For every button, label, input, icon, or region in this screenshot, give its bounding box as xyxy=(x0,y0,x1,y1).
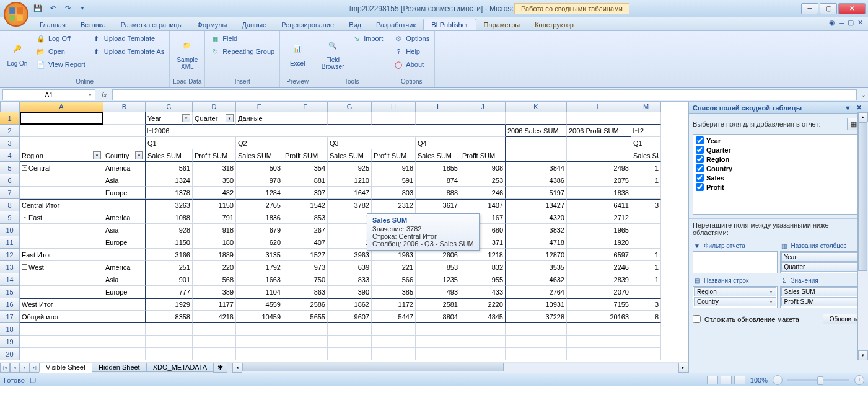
pivot-value-cell[interactable]: 918 xyxy=(372,162,416,174)
pivot-value-cell[interactable]: 1 xyxy=(631,249,661,261)
cell[interactable] xyxy=(506,149,567,162)
pivot-year-dropdown[interactable]: Year▼ xyxy=(146,112,193,125)
row-header-10[interactable]: 10 xyxy=(0,224,20,236)
field-item-year[interactable]: Year xyxy=(695,136,862,145)
formula-expand-icon[interactable]: ⌄ xyxy=(858,91,868,99)
pivot-value-cell[interactable]: 853 xyxy=(283,211,328,224)
pivot-value-cell[interactable]: 1855 xyxy=(416,162,460,174)
row-header-19[interactable]: 19 xyxy=(0,336,20,348)
sheet-tab-visible[interactable]: Visible Sheet xyxy=(39,363,92,373)
pivot-region-cell[interactable]: −Central xyxy=(20,162,103,174)
pivot-value-cell[interactable]: 1172 xyxy=(372,298,416,311)
cell[interactable] xyxy=(103,125,146,137)
row-header-17[interactable]: 17 xyxy=(0,311,20,323)
logoff-button[interactable]: 🔒Log Off xyxy=(33,32,88,45)
pivot-value-cell[interactable]: 246 xyxy=(460,187,506,199)
pivot-value-cell[interactable]: 4216 xyxy=(193,311,236,323)
dropzone-item[interactable]: Sales SUM xyxy=(781,287,864,296)
cell[interactable] xyxy=(372,112,416,125)
pivot-value-cell[interactable]: 7155 xyxy=(567,298,631,311)
pivot-year-2006[interactable]: −2006 xyxy=(146,125,506,137)
pivot-value-cell[interactable]: 3535 xyxy=(506,261,567,273)
pivot-value-cell[interactable]: 37228 xyxy=(506,311,567,323)
cell[interactable] xyxy=(631,112,661,125)
sheet-tab-hidden[interactable]: Hidden Sheet xyxy=(92,363,147,372)
pivot-value-cell[interactable]: 1527 xyxy=(283,249,328,261)
pivot-value-cell[interactable]: 307 xyxy=(283,187,328,199)
pivot-value-cell[interactable]: 13427 xyxy=(506,199,567,211)
sample-xml-button[interactable]: 📁 Sample XML xyxy=(172,32,202,73)
empty-cell[interactable] xyxy=(460,336,506,348)
pivot-value-cell[interactable]: 2312 xyxy=(372,199,416,211)
empty-cell[interactable] xyxy=(328,336,372,348)
empty-cell[interactable] xyxy=(283,348,328,360)
pivot-value-cell[interactable]: 3617 xyxy=(416,199,460,211)
empty-cell[interactable] xyxy=(236,336,283,348)
pivot-value-cell[interactable]: 1218 xyxy=(460,249,506,261)
field-item-region[interactable]: Region xyxy=(695,154,862,164)
pivot-value-cell[interactable]: 1929 xyxy=(146,298,193,311)
hscroll-right[interactable]: ▸ xyxy=(678,363,688,373)
empty-cell[interactable] xyxy=(328,323,372,336)
pivot-value-cell[interactable] xyxy=(631,187,661,199)
tab-view[interactable]: Вид xyxy=(341,19,369,30)
pivot-value-cell[interactable]: 354 xyxy=(283,162,328,174)
pivot-value-cell[interactable]: 874 xyxy=(416,174,460,187)
pivot-value-cell[interactable]: 1104 xyxy=(236,286,283,298)
pivot-country-cell[interactable]: America xyxy=(103,261,146,273)
pivot-value-cell[interactable]: 918 xyxy=(193,224,236,236)
cell[interactable] xyxy=(416,112,460,125)
dropzone-item[interactable]: Year xyxy=(781,252,864,262)
pivot-value-cell[interactable]: 251 xyxy=(146,261,193,273)
pivot-country-cell[interactable] xyxy=(103,311,146,323)
select-all-corner[interactable] xyxy=(0,102,20,112)
pivot-region-cell[interactable]: Central Итог xyxy=(20,199,103,211)
pivot-value-cell[interactable]: 10459 xyxy=(236,311,283,323)
pivot-value-cell[interactable]: 390 xyxy=(328,286,372,298)
pivot-value-cell[interactable]: 1663 xyxy=(236,273,283,286)
pivot-q3[interactable]: Q3 xyxy=(328,137,416,149)
row-header-8[interactable]: 8 xyxy=(0,199,20,211)
pivot-value-cell[interactable] xyxy=(631,236,661,249)
zoom-in-button[interactable]: + xyxy=(854,375,864,385)
pivot-region-cell[interactable] xyxy=(20,224,103,236)
pivot-value-cell[interactable]: 1965 xyxy=(567,224,631,236)
cell[interactable] xyxy=(567,112,631,125)
row-header-12[interactable]: 12 xyxy=(0,249,20,261)
pivot-value-cell[interactable]: 220 xyxy=(193,261,236,273)
dropzone-item[interactable]: Region xyxy=(694,287,776,296)
pivot-value-cell[interactable]: 4632 xyxy=(506,273,567,286)
pivot-country-cell[interactable]: America xyxy=(103,211,146,224)
empty-cell[interactable] xyxy=(193,348,236,360)
pivot-value-cell[interactable]: 791 xyxy=(193,211,236,224)
pivot-country-cell[interactable]: Europe xyxy=(103,236,146,249)
cell[interactable] xyxy=(103,137,146,149)
pivot-value-cell[interactable]: 777 xyxy=(146,286,193,298)
defer-checkbox[interactable] xyxy=(693,315,701,323)
close-workbook-icon[interactable]: ✕ xyxy=(857,19,863,27)
panel-close-icon[interactable]: ✕ xyxy=(854,104,864,112)
row-header-9[interactable]: 9 xyxy=(0,211,20,224)
empty-cell[interactable] xyxy=(416,323,460,336)
viewreport-button[interactable]: 📄View Report xyxy=(33,58,88,71)
field-item-quarter[interactable]: Quarter xyxy=(695,145,862,154)
pivot-value-cell[interactable]: 407 xyxy=(283,236,328,249)
redo-icon[interactable]: ↷ xyxy=(62,3,73,14)
cell[interactable] xyxy=(103,112,146,125)
minimize-button[interactable]: ─ xyxy=(801,3,818,14)
pivot-value-cell[interactable]: 8 xyxy=(631,311,661,323)
empty-cell[interactable] xyxy=(236,323,283,336)
empty-cell[interactable] xyxy=(372,348,416,360)
pivot-value-cell[interactable]: 566 xyxy=(372,273,416,286)
row-header-5[interactable]: 5 xyxy=(0,162,20,174)
pivot-value-cell[interactable]: 4559 xyxy=(236,298,283,311)
row-header-20[interactable]: 20 xyxy=(0,348,20,360)
row-header-13[interactable]: 13 xyxy=(0,261,20,273)
col-header-E[interactable]: E xyxy=(236,102,283,112)
pivot-value-cell[interactable]: 2586 xyxy=(283,298,328,311)
pivot-value-cell[interactable]: 389 xyxy=(193,286,236,298)
pivot-q4[interactable]: Q4 xyxy=(416,137,506,149)
row-header-3[interactable]: 3 xyxy=(0,137,20,149)
pivot-value-cell[interactable]: 1862 xyxy=(328,298,372,311)
cell[interactable] xyxy=(567,137,631,149)
